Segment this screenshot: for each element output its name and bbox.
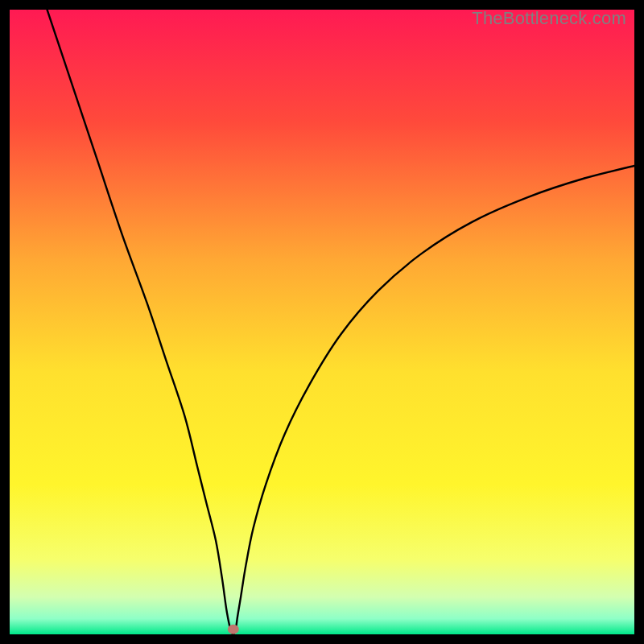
optimal-point-marker [228,625,239,634]
bottleneck-chart [10,10,634,634]
chart-frame: TheBottleneck.com [10,10,634,634]
gradient-background [10,10,634,634]
watermark-text: TheBottleneck.com [472,8,626,29]
